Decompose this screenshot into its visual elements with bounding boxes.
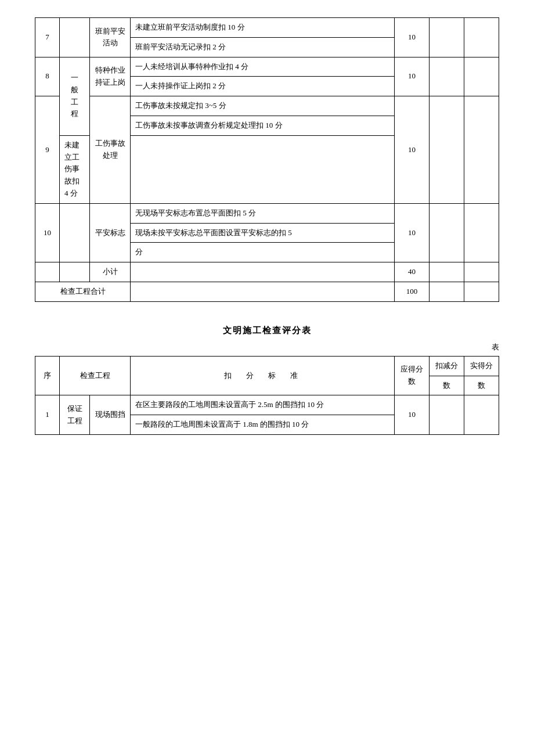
deduct-10 <box>430 203 464 262</box>
subtotal-actual <box>464 262 499 282</box>
criteria-7-1: 未建立班前平安活动制度扣 10 分 <box>131 18 395 38</box>
total-actual <box>464 282 499 301</box>
score-9: 10 <box>395 96 430 204</box>
score-7: 10 <box>395 18 430 57</box>
subtotal-cat1 <box>60 262 90 282</box>
section2-table: 序 检查工程 扣 分 标 准 应得分数 扣减分 实得分 数 数 1 保证工程 现… <box>35 356 499 435</box>
header-deduct: 扣减分 <box>430 356 464 376</box>
cat1-general: 一般工程 <box>60 57 90 135</box>
score-10: 10 <box>395 203 430 262</box>
table-row: 10 平安标志 无现场平安标志布置总平面图扣 5 分 10 <box>35 203 499 223</box>
score-8: 10 <box>395 57 430 96</box>
s2-criteria-1-2: 一般路段的工地周围未设置高于 1.8m 的围挡扣 10 分 <box>131 415 395 435</box>
subtotal-label: 小计 <box>90 262 131 282</box>
criteria-9-3: 未建立工伤事故扣 4 分 <box>60 135 90 203</box>
table-row: 9 工伤事故处理 工伤事故未按规定扣 3~5 分 10 <box>35 96 499 116</box>
total-deduct <box>430 282 464 301</box>
table-row: 7 班前平安活动 未建立班前平安活动制度扣 10 分 10 <box>35 18 499 38</box>
s2-actual-1 <box>464 395 499 435</box>
header-actual: 实得分 <box>464 356 499 376</box>
table-row: 8 一般工程 特种作业持证上岗 一人未经培训从事特种作业扣 4 分 10 <box>35 57 499 77</box>
section2: 文明施工检查评分表 表 序 检查工程 扣 分 标 准 应得分数 扣减分 实得分 … <box>35 325 499 435</box>
seq-8: 8 <box>35 57 60 96</box>
s2-cat1-1: 保证工程 <box>60 395 90 435</box>
top-table-section: 7 班前平安活动 未建立班前平安活动制度扣 10 分 10 班前平安活动无记录扣… <box>35 17 499 302</box>
total-score: 100 <box>395 282 430 301</box>
subtotal-seq <box>35 262 60 282</box>
header-criteria: 扣 分 标 准 <box>131 356 395 395</box>
cat1-10 <box>60 203 90 262</box>
header-score: 应得分数 <box>395 356 430 395</box>
subtotal-criteria <box>131 262 395 282</box>
actual-7 <box>464 18 499 57</box>
cat2-10: 平安标志 <box>90 203 131 262</box>
header-seq: 序 <box>35 356 60 395</box>
cat2-8: 特种作业持证上岗 <box>90 57 131 96</box>
subtotal-deduct <box>430 262 464 282</box>
actual-8 <box>464 57 499 96</box>
deduct-9 <box>430 96 464 204</box>
s2-score-1: 10 <box>395 395 430 435</box>
s2-criteria-1-1: 在区主要路段的工地周围未设置高于 2.5m 的围挡扣 10 分 <box>131 395 395 415</box>
total-label: 检查工程合计 <box>35 282 131 301</box>
criteria-10-1: 无现场平安标志布置总平面图扣 5 分 <box>131 203 395 223</box>
header-row: 序 检查工程 扣 分 标 准 应得分数 扣减分 实得分 <box>35 356 499 376</box>
cat2-7: 班前平安活动 <box>90 18 131 57</box>
s2-deduct-1 <box>430 395 464 435</box>
header-deduct2: 数 <box>430 376 464 395</box>
criteria-7-2: 班前平安活动无记录扣 2 分 <box>131 37 395 57</box>
table-note: 表 <box>35 342 499 352</box>
table-row: 1 保证工程 现场围挡 在区主要路段的工地周围未设置高于 2.5m 的围挡扣 1… <box>35 395 499 415</box>
deduct-8 <box>430 57 464 96</box>
s2-seq-1: 1 <box>35 395 60 435</box>
top-table: 7 班前平安活动 未建立班前平安活动制度扣 10 分 10 班前平安活动无记录扣… <box>35 17 499 302</box>
criteria-8-2: 一人未持操作证上岗扣 2 分 <box>131 77 395 96</box>
criteria-8-1: 一人未经培训从事特种作业扣 4 分 <box>131 57 395 77</box>
subtotal-row: 小计 40 <box>35 262 499 282</box>
seq-9: 9 <box>35 96 60 204</box>
criteria-9-1: 工伤事故未按规定扣 3~5 分 <box>131 96 395 116</box>
actual-10 <box>464 203 499 262</box>
actual-9 <box>464 96 499 204</box>
criteria-9-2: 工伤事故未按事故调查分析规定处理扣 10 分 <box>131 116 395 135</box>
criteria-10-2: 现场未按平安标志总平面图设置平安标志的扣 5 <box>131 223 395 243</box>
cat1-7 <box>60 18 90 57</box>
header-actual2: 数 <box>464 376 499 395</box>
seq-7: 7 <box>35 18 60 57</box>
deduct-7 <box>430 18 464 57</box>
header-check: 检查工程 <box>60 356 131 395</box>
cat2-9: 工伤事故处理 <box>90 96 131 204</box>
total-criteria <box>131 282 395 301</box>
total-row: 检查工程合计 100 <box>35 282 499 301</box>
section2-title: 文明施工检查评分表 <box>35 325 499 336</box>
seq-10: 10 <box>35 203 60 262</box>
subtotal-score: 40 <box>395 262 430 282</box>
criteria-10-3: 分 <box>131 243 395 262</box>
s2-cat2-1: 现场围挡 <box>90 395 131 435</box>
